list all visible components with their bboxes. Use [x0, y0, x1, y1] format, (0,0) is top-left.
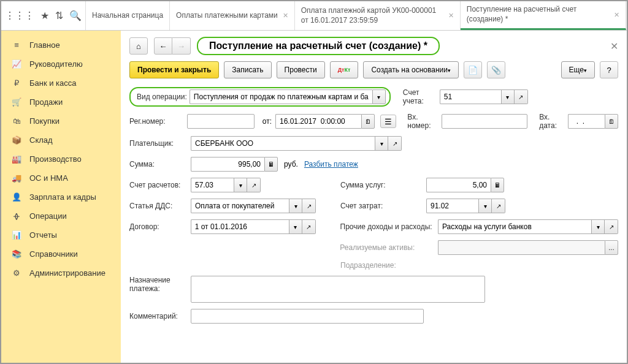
date-field[interactable] [275, 114, 361, 129]
operations-icon: ᚖ [11, 211, 22, 221]
calculator-icon[interactable]: 🖩 [491, 178, 504, 192]
tabbar: ⋮⋮⋮ ★ ⇅ 🔍 Начальная страница Оплаты плат… [1, 1, 627, 31]
open-icon[interactable]: ↗ [302, 199, 316, 213]
dropdown-icon[interactable]: ▾ [501, 89, 515, 104]
ellipsis-icon[interactable]: … [605, 240, 618, 255]
calendar-icon[interactable]: 🗓 [605, 114, 618, 129]
person-icon: 👤 [11, 192, 22, 202]
forward-button[interactable]: → [172, 37, 191, 55]
close-icon[interactable]: ✕ [614, 11, 619, 19]
in-num-field[interactable] [442, 114, 527, 129]
close-button[interactable]: ✕ [610, 40, 618, 52]
calendar-icon[interactable]: 🗓 [361, 114, 375, 129]
svc-sum-field[interactable] [426, 178, 491, 192]
page-title: Поступление на расчетный счет (создание)… [197, 37, 440, 55]
calc-acc-label: Счет расчетов: [129, 181, 191, 189]
sidebar-item-bank[interactable]: ₽Банк и касса [1, 74, 121, 93]
books-icon: 📚 [11, 249, 22, 259]
close-icon[interactable]: ✕ [283, 12, 288, 20]
sidebar-item-purchases[interactable]: 🛍Покупки [1, 112, 121, 131]
calculator-icon[interactable]: 🖩 [264, 157, 278, 172]
document-icon[interactable]: 📄 [464, 61, 482, 78]
sum-label: Сумма: [129, 160, 191, 169]
history-icon[interactable]: ⇅ [55, 10, 63, 21]
sidebar-item-catalogs[interactable]: 📚Справочники [1, 245, 121, 264]
comment-field[interactable] [191, 309, 424, 324]
sidebar-item-assets[interactable]: 🚚ОС и НМА [1, 169, 121, 188]
open-icon[interactable]: ↗ [492, 199, 505, 213]
sidebar-item-main[interactable]: ≡Главное [1, 36, 121, 55]
purpose-label: Назначение платежа: [129, 276, 191, 293]
sidebar: ≡Главное 📈Руководителю ₽Банк и касса 🛒Пр… [1, 31, 121, 363]
tabbar-icons: ⋮⋮⋮ ★ ⇅ 🔍 [1, 1, 86, 30]
dropdown-icon[interactable]: ▾ [591, 219, 605, 234]
truck-icon: 🚚 [11, 173, 22, 183]
chart-icon: 📈 [11, 59, 22, 69]
sidebar-item-operations[interactable]: ᚖОперации [1, 207, 121, 226]
dropdown-icon[interactable]: ▾ [289, 199, 302, 213]
svc-sum-label: Сумма услуг: [340, 181, 426, 189]
other-field[interactable] [438, 219, 591, 234]
open-icon[interactable]: ↗ [388, 136, 402, 151]
purpose-field[interactable] [191, 276, 485, 303]
sidebar-item-salary[interactable]: 👤Зарплата и кадры [1, 188, 121, 207]
open-icon[interactable]: ↗ [247, 178, 261, 192]
save-button[interactable]: Записать [224, 61, 271, 78]
sidebar-item-production[interactable]: 🏭Производство [1, 150, 121, 169]
dropdown-icon[interactable]: ▾ [234, 178, 247, 192]
star-icon[interactable]: ★ [40, 10, 49, 21]
other-label: Прочие доходы и расходы: [340, 222, 438, 231]
more-button[interactable]: Еще [561, 61, 595, 78]
open-icon[interactable]: ↗ [302, 219, 316, 234]
dtkt-button[interactable]: ДтКт [330, 61, 359, 78]
open-icon[interactable]: ↗ [515, 89, 528, 104]
sidebar-item-admin[interactable]: ⚙Администрирование [1, 264, 121, 282]
home-button[interactable]: ⌂ [129, 37, 148, 55]
list-icon: ≡ [11, 40, 22, 50]
header-row: ⌂ ←→ Поступление на расчетный счет (созд… [129, 37, 618, 55]
payer-field[interactable] [191, 136, 375, 151]
operation-type-field[interactable] [190, 89, 372, 104]
post-and-close-button[interactable]: Провести и закрыть [129, 61, 219, 78]
operation-type-group: Вид операции: ▾ [129, 87, 391, 107]
sum-field[interactable] [191, 157, 264, 172]
dept-label: Подразделение: [340, 261, 438, 270]
tab-card-payment-doc[interactable]: Оплата платежной картой УК00-000001 от 1… [295, 1, 461, 30]
attach-icon[interactable]: 📎 [487, 61, 505, 78]
from-label: от: [262, 117, 272, 126]
cost-acc-field[interactable] [426, 199, 478, 213]
reports-icon: 📊 [11, 230, 22, 240]
help-button[interactable]: ? [600, 61, 618, 78]
tab-home[interactable]: Начальная страница [86, 1, 170, 30]
operation-type-label: Вид операции: [137, 93, 187, 101]
open-icon[interactable]: ↗ [605, 219, 618, 234]
contract-field[interactable] [191, 219, 289, 234]
split-payment-link[interactable]: Разбить платеж [304, 160, 358, 169]
create-on-basis-button[interactable]: Создать на основании [363, 61, 459, 78]
box-icon: 📦 [11, 135, 22, 145]
cost-acc-label: Счет затрат: [340, 202, 426, 210]
dropdown-icon[interactable]: ▾ [289, 219, 302, 234]
dropdown-icon[interactable]: ▾ [375, 136, 388, 151]
dropdown-icon[interactable]: ▾ [372, 89, 386, 104]
sidebar-item-reports[interactable]: 📊Отчеты [1, 226, 121, 245]
bag-icon: 🛍 [11, 116, 22, 126]
mode-icon[interactable]: ☰ [380, 115, 396, 128]
search-icon[interactable]: 🔍 [69, 10, 82, 21]
in-date-label: Вх. дата: [539, 113, 568, 130]
close-icon[interactable]: ✕ [448, 12, 454, 20]
sidebar-item-warehouse[interactable]: 📦Склад [1, 131, 121, 150]
tab-card-payments[interactable]: Оплаты платежными картами✕ [170, 1, 295, 30]
calc-acc-field[interactable] [191, 178, 234, 192]
dds-field[interactable] [191, 199, 289, 213]
back-button[interactable]: ← [154, 37, 172, 55]
account-field[interactable] [440, 89, 501, 104]
regnum-field[interactable] [187, 114, 255, 129]
sidebar-item-manager[interactable]: 📈Руководителю [1, 55, 121, 74]
sidebar-item-sales[interactable]: 🛒Продажи [1, 93, 121, 112]
apps-icon[interactable]: ⋮⋮⋮ [5, 10, 34, 21]
dropdown-icon[interactable]: ▾ [478, 199, 492, 213]
post-button[interactable]: Провести [277, 61, 325, 78]
in-date-field[interactable] [568, 114, 605, 129]
tab-bank-receipt[interactable]: Поступление на расчетный счет (создание)… [461, 1, 626, 30]
